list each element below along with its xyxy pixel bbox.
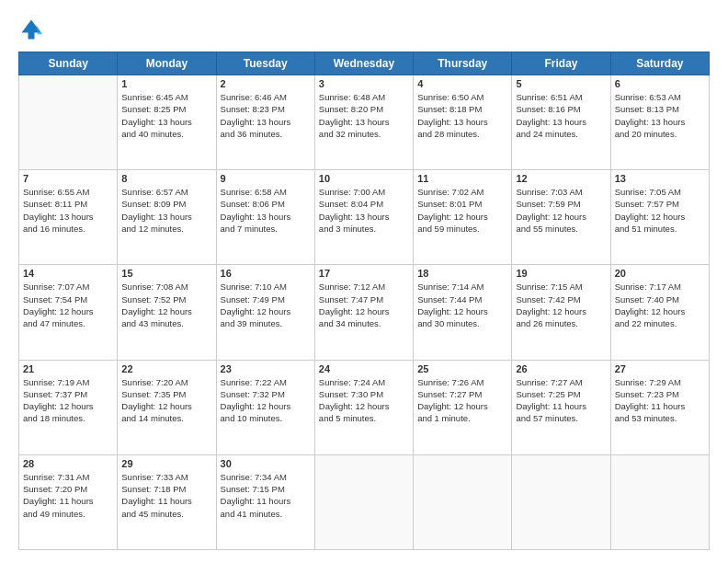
calendar-cell: 3Sunrise: 6:48 AM Sunset: 8:20 PM Daylig… bbox=[314, 75, 413, 170]
day-number: 17 bbox=[319, 268, 409, 279]
calendar-cell: 10Sunrise: 7:00 AM Sunset: 8:04 PM Dayli… bbox=[314, 170, 413, 265]
calendar-cell: 13Sunrise: 7:05 AM Sunset: 7:57 PM Dayli… bbox=[610, 170, 709, 265]
day-number: 30 bbox=[221, 458, 311, 469]
day-number: 19 bbox=[516, 268, 606, 279]
header-day: Monday bbox=[118, 52, 216, 75]
day-info: Sunrise: 6:50 AM Sunset: 8:18 PM Dayligh… bbox=[417, 91, 507, 140]
day-info: Sunrise: 6:57 AM Sunset: 8:09 PM Dayligh… bbox=[121, 186, 211, 235]
header-row: SundayMondayTuesdayWednesdayThursdayFrid… bbox=[19, 52, 710, 75]
logo-icon bbox=[18, 17, 44, 42]
svg-marker-1 bbox=[36, 25, 42, 35]
calendar-cell: 12Sunrise: 7:03 AM Sunset: 7:59 PM Dayli… bbox=[512, 170, 610, 265]
header-day: Wednesday bbox=[314, 52, 413, 75]
day-number: 5 bbox=[516, 78, 606, 89]
header-day: Friday bbox=[512, 52, 610, 75]
day-info: Sunrise: 7:31 AM Sunset: 7:20 PM Dayligh… bbox=[23, 471, 113, 520]
day-number: 4 bbox=[417, 78, 507, 89]
calendar-cell: 20Sunrise: 7:17 AM Sunset: 7:40 PM Dayli… bbox=[610, 265, 709, 360]
header-day: Sunday bbox=[19, 52, 118, 75]
calendar-cell: 15Sunrise: 7:08 AM Sunset: 7:52 PM Dayli… bbox=[118, 265, 216, 360]
calendar-cell bbox=[314, 454, 413, 549]
day-number: 28 bbox=[23, 458, 113, 469]
calendar-week-row: 14Sunrise: 7:07 AM Sunset: 7:54 PM Dayli… bbox=[19, 265, 710, 360]
calendar-cell bbox=[19, 75, 118, 170]
day-info: Sunrise: 6:53 AM Sunset: 8:13 PM Dayligh… bbox=[615, 91, 705, 140]
day-info: Sunrise: 7:14 AM Sunset: 7:44 PM Dayligh… bbox=[417, 281, 507, 329]
day-number: 20 bbox=[615, 268, 705, 279]
calendar-cell: 26Sunrise: 7:27 AM Sunset: 7:25 PM Dayli… bbox=[512, 360, 610, 454]
day-info: Sunrise: 6:51 AM Sunset: 8:16 PM Dayligh… bbox=[516, 91, 606, 140]
calendar-week-row: 1Sunrise: 6:45 AM Sunset: 8:25 PM Daylig… bbox=[19, 75, 710, 170]
day-info: Sunrise: 7:17 AM Sunset: 7:40 PM Dayligh… bbox=[615, 281, 705, 329]
calendar-cell: 17Sunrise: 7:12 AM Sunset: 7:47 PM Dayli… bbox=[314, 265, 413, 360]
day-number: 10 bbox=[319, 173, 409, 184]
day-info: Sunrise: 6:55 AM Sunset: 8:11 PM Dayligh… bbox=[23, 186, 113, 235]
day-number: 16 bbox=[221, 268, 311, 279]
calendar-cell: 27Sunrise: 7:29 AM Sunset: 7:23 PM Dayli… bbox=[610, 360, 709, 454]
calendar-cell: 9Sunrise: 6:58 AM Sunset: 8:06 PM Daylig… bbox=[216, 170, 314, 265]
day-info: Sunrise: 7:08 AM Sunset: 7:52 PM Dayligh… bbox=[121, 281, 211, 329]
day-number: 14 bbox=[23, 268, 113, 279]
day-number: 6 bbox=[615, 78, 705, 89]
day-info: Sunrise: 7:27 AM Sunset: 7:25 PM Dayligh… bbox=[516, 376, 606, 425]
calendar-cell: 28Sunrise: 7:31 AM Sunset: 7:20 PM Dayli… bbox=[19, 454, 118, 549]
day-info: Sunrise: 7:05 AM Sunset: 7:57 PM Dayligh… bbox=[615, 186, 705, 235]
calendar-cell: 23Sunrise: 7:22 AM Sunset: 7:32 PM Dayli… bbox=[216, 360, 314, 454]
day-info: Sunrise: 7:22 AM Sunset: 7:32 PM Dayligh… bbox=[221, 376, 311, 425]
day-info: Sunrise: 7:33 AM Sunset: 7:18 PM Dayligh… bbox=[121, 471, 211, 520]
header bbox=[18, 17, 710, 42]
logo bbox=[18, 17, 48, 42]
calendar-cell bbox=[610, 454, 709, 549]
calendar-cell: 22Sunrise: 7:20 AM Sunset: 7:35 PM Dayli… bbox=[118, 360, 216, 454]
day-info: Sunrise: 7:12 AM Sunset: 7:47 PM Dayligh… bbox=[319, 281, 409, 329]
calendar-cell: 4Sunrise: 6:50 AM Sunset: 8:18 PM Daylig… bbox=[414, 75, 512, 170]
day-number: 3 bbox=[319, 78, 409, 89]
calendar-cell: 25Sunrise: 7:26 AM Sunset: 7:27 PM Dayli… bbox=[414, 360, 512, 454]
day-info: Sunrise: 7:19 AM Sunset: 7:37 PM Dayligh… bbox=[23, 376, 113, 425]
calendar-week-row: 7Sunrise: 6:55 AM Sunset: 8:11 PM Daylig… bbox=[19, 170, 710, 265]
header-day: Thursday bbox=[414, 52, 512, 75]
day-info: Sunrise: 7:29 AM Sunset: 7:23 PM Dayligh… bbox=[615, 376, 705, 425]
day-number: 21 bbox=[23, 363, 113, 374]
calendar-cell: 11Sunrise: 7:02 AM Sunset: 8:01 PM Dayli… bbox=[414, 170, 512, 265]
day-info: Sunrise: 7:24 AM Sunset: 7:30 PM Dayligh… bbox=[319, 376, 409, 425]
day-number: 22 bbox=[121, 363, 211, 374]
day-info: Sunrise: 7:00 AM Sunset: 8:04 PM Dayligh… bbox=[319, 186, 409, 235]
day-info: Sunrise: 7:20 AM Sunset: 7:35 PM Dayligh… bbox=[121, 376, 211, 425]
day-number: 11 bbox=[417, 173, 507, 184]
day-info: Sunrise: 6:46 AM Sunset: 8:23 PM Dayligh… bbox=[221, 91, 311, 140]
day-number: 7 bbox=[23, 173, 113, 184]
calendar-cell: 7Sunrise: 6:55 AM Sunset: 8:11 PM Daylig… bbox=[19, 170, 118, 265]
day-number: 25 bbox=[417, 363, 507, 374]
calendar-cell: 21Sunrise: 7:19 AM Sunset: 7:37 PM Dayli… bbox=[19, 360, 118, 454]
day-info: Sunrise: 7:02 AM Sunset: 8:01 PM Dayligh… bbox=[417, 186, 507, 235]
calendar-week-row: 28Sunrise: 7:31 AM Sunset: 7:20 PM Dayli… bbox=[19, 454, 710, 549]
day-number: 8 bbox=[121, 173, 211, 184]
calendar-cell bbox=[512, 454, 610, 549]
calendar-table: SundayMondayTuesdayWednesdayThursdayFrid… bbox=[18, 52, 710, 550]
day-number: 23 bbox=[221, 363, 311, 374]
calendar-cell: 2Sunrise: 6:46 AM Sunset: 8:23 PM Daylig… bbox=[216, 75, 314, 170]
calendar-body: 1Sunrise: 6:45 AM Sunset: 8:25 PM Daylig… bbox=[19, 75, 710, 550]
day-number: 13 bbox=[615, 173, 705, 184]
calendar-cell: 16Sunrise: 7:10 AM Sunset: 7:49 PM Dayli… bbox=[216, 265, 314, 360]
calendar-cell: 24Sunrise: 7:24 AM Sunset: 7:30 PM Dayli… bbox=[314, 360, 413, 454]
day-info: Sunrise: 7:07 AM Sunset: 7:54 PM Dayligh… bbox=[23, 281, 113, 329]
day-number: 26 bbox=[516, 363, 606, 374]
day-info: Sunrise: 7:10 AM Sunset: 7:49 PM Dayligh… bbox=[221, 281, 311, 329]
calendar-cell: 14Sunrise: 7:07 AM Sunset: 7:54 PM Dayli… bbox=[19, 265, 118, 360]
calendar-cell: 30Sunrise: 7:34 AM Sunset: 7:15 PM Dayli… bbox=[216, 454, 314, 549]
day-number: 9 bbox=[221, 173, 311, 184]
calendar-cell: 1Sunrise: 6:45 AM Sunset: 8:25 PM Daylig… bbox=[118, 75, 216, 170]
calendar-cell: 18Sunrise: 7:14 AM Sunset: 7:44 PM Dayli… bbox=[414, 265, 512, 360]
header-day: Tuesday bbox=[216, 52, 314, 75]
day-number: 24 bbox=[319, 363, 409, 374]
day-info: Sunrise: 6:58 AM Sunset: 8:06 PM Dayligh… bbox=[221, 186, 311, 235]
day-number: 12 bbox=[516, 173, 606, 184]
calendar-cell: 5Sunrise: 6:51 AM Sunset: 8:16 PM Daylig… bbox=[512, 75, 610, 170]
day-number: 1 bbox=[121, 78, 211, 89]
calendar-cell: 8Sunrise: 6:57 AM Sunset: 8:09 PM Daylig… bbox=[118, 170, 216, 265]
calendar-cell: 29Sunrise: 7:33 AM Sunset: 7:18 PM Dayli… bbox=[118, 454, 216, 549]
day-info: Sunrise: 7:03 AM Sunset: 7:59 PM Dayligh… bbox=[516, 186, 606, 235]
day-number: 15 bbox=[121, 268, 211, 279]
